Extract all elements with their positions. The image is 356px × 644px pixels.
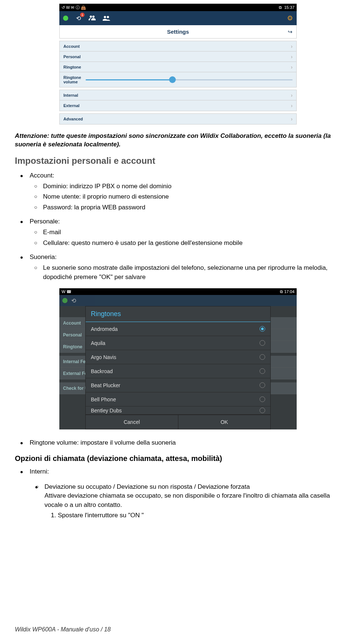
chevron-right-icon: › <box>291 64 293 70</box>
page-footer: Wildix WP600A - Manuale d'uso / 18 <box>15 626 111 633</box>
sub-deviazione: Deviazione su occupato / Deviazione su n… <box>44 482 341 521</box>
row-advanced-label: Advanced <box>63 117 83 121</box>
ok-button[interactable]: OK <box>178 415 271 429</box>
chevron-right-icon: › <box>291 103 293 109</box>
statusbar-time: 15:37 <box>284 5 294 10</box>
chevron-right-icon: › <box>291 92 293 98</box>
app-navbar: ⟲1 ⚙ <box>59 11 297 25</box>
ringtone-backroad[interactable]: Backroad <box>86 364 270 378</box>
radio-empty-icon <box>260 382 265 388</box>
history-icon: ⟲ <box>71 297 76 304</box>
radio-empty-icon <box>260 354 265 360</box>
row-account[interactable]: Account› <box>60 41 296 52</box>
bullet-account: Account: Dominio: indirizzo IP PBX o nom… <box>30 171 341 212</box>
presence-dot <box>62 298 67 303</box>
row-ringtone-volume: Ringtone volume <box>60 72 296 87</box>
slider-fill <box>86 79 172 80</box>
group-icon[interactable] <box>102 14 111 22</box>
ringtone-argo[interactable]: Argo Navis <box>86 350 270 364</box>
settings-title: Settings <box>167 29 189 35</box>
contacts-icon[interactable] <box>88 14 96 22</box>
wifi-icon: ⧉ <box>279 5 282 10</box>
radio-empty-icon <box>260 340 265 346</box>
radio-empty-icon <box>260 408 265 413</box>
radio-empty-icon <box>260 396 265 402</box>
presence-dot <box>63 16 68 21</box>
bullet-suoneria: Suoneria: Le suonerie sono mostrate dall… <box>30 253 341 282</box>
bullet-suoneria-label: Suoneria: <box>30 253 57 260</box>
row-external-label: External <box>63 103 79 108</box>
ringtone-aquila[interactable]: Aquila <box>86 336 270 350</box>
heading-opzioni: Opzioni di chiamata (deviazione chiamata… <box>15 454 341 463</box>
ringtone-label: Backroad <box>91 368 113 374</box>
ringtone-label: Andromeda <box>91 326 118 332</box>
ringtone-bentley[interactable]: Bentley Dubs <box>86 406 270 415</box>
dialog-button-row: Cancel OK <box>86 415 270 429</box>
volume-slider[interactable] <box>86 79 293 80</box>
ringtone-bell[interactable]: Bell Phone <box>86 392 270 406</box>
ringtone-beat[interactable]: Beat Plucker <box>86 378 270 392</box>
dim-navbar: ⟲ <box>59 295 297 306</box>
slider-thumb[interactable] <box>169 76 176 83</box>
cancel-button[interactable]: Cancel <box>86 415 178 429</box>
dev-step-1: Spostare l'interruttore su "ON " <box>58 511 341 520</box>
statusbar-left-2: W ☎ <box>62 289 72 294</box>
settings-group-1: Account› Personal› Ringtone› Ringtone vo… <box>59 41 297 87</box>
ringtone-label: Bell Phone <box>91 396 116 402</box>
dev-text: Attivare deviazione chiamata se occupato… <box>44 492 330 508</box>
dialog-title: Ringtones <box>86 306 270 322</box>
chevron-right-icon: › <box>291 116 293 122</box>
badge-count: 1 <box>80 13 85 17</box>
sub-dominio: Dominio: indirizzo IP PBX o nome del dom… <box>43 182 341 191</box>
svg-point-1 <box>107 16 109 18</box>
bullet-personale-label: Personale: <box>30 218 60 225</box>
bullet-ringtone-volume: Ringtone volume: impostare il volume del… <box>30 438 341 448</box>
exit-icon[interactable]: ↪ <box>288 29 293 35</box>
row-ringtone[interactable]: Ringtone› <box>60 62 296 72</box>
row-personal[interactable]: Personal› <box>60 52 296 62</box>
settings-title-bar: Settings ↪ <box>59 25 297 39</box>
sub-nome: Nome utente: il proprio numero di estens… <box>43 192 341 202</box>
ringtones-screenshot: W ☎ ⧉ 17:04 ⟲ Account Personal Ringtone … <box>59 288 297 429</box>
dev-title-and-text: Deviazione su occupato / Deviazione su n… <box>44 482 341 521</box>
bullet-account-label: Account: <box>30 172 54 179</box>
sub-cellulare: Cellulare: questo numero è usato per la … <box>43 239 341 248</box>
ringtone-label: Argo Navis <box>91 354 116 360</box>
sub-password: Password: la propria WEB password <box>43 203 341 212</box>
settings-screenshot: ↺ W ✉ ⓘ 👜 ⧉ 15:37 ⟲1 ⚙ Settings ↪ Accoun… <box>59 4 297 125</box>
settings-group-2: Internal› External› <box>59 90 297 111</box>
attention-text: Attenzione: tutte queste impostazioni so… <box>15 132 341 149</box>
history-icon[interactable]: ⟲1 <box>74 14 82 22</box>
row-ringtone-label: Ringtone <box>63 65 81 69</box>
ringtone-label: Beat Plucker <box>91 382 120 388</box>
ringtones-dialog: Ringtones Andromeda Aquila Argo Navis Ba… <box>85 306 271 429</box>
statusbar-time-2: 17:04 <box>284 289 294 294</box>
wifi-icon: ⧉ <box>280 289 283 294</box>
sub-suoneria-text: Le suonerie sono mostrate dalle impostaz… <box>43 263 341 282</box>
row-internal[interactable]: Internal› <box>60 90 296 100</box>
settings-group-3: Advanced› <box>59 113 297 125</box>
radio-empty-icon <box>260 368 265 374</box>
android-statusbar-2: W ☎ ⧉ 17:04 <box>59 288 297 295</box>
svg-point-0 <box>104 16 106 18</box>
heading-impostazioni: Impostazioni personali e account <box>15 156 341 166</box>
ringtone-volume-label: Ringtone volume <box>63 75 82 84</box>
ringtone-label: Aquila <box>91 340 105 346</box>
row-personal-label: Personal <box>63 54 80 59</box>
statusbar-left-icons: ↺ W ✉ ⓘ 👜 <box>62 5 86 10</box>
row-advanced[interactable]: Advanced› <box>60 114 296 124</box>
dev-title: Deviazione su occupato / Deviazione su n… <box>44 483 250 490</box>
sub-email: E-mail <box>43 228 341 237</box>
row-external[interactable]: External› <box>60 100 296 111</box>
radio-selected-icon <box>260 326 265 332</box>
chevron-right-icon: › <box>291 54 293 60</box>
gear-icon[interactable]: ⚙ <box>287 14 293 22</box>
bullet-interni: Interni: <box>30 467 341 477</box>
chevron-right-icon: › <box>291 43 293 49</box>
bullet-personale: Personale: E-mail Cellulare: questo nume… <box>30 217 341 248</box>
ringtone-andromeda[interactable]: Andromeda <box>86 322 270 336</box>
row-account-label: Account <box>63 44 80 49</box>
android-statusbar: ↺ W ✉ ⓘ 👜 ⧉ 15:37 <box>59 4 297 11</box>
ringtone-label: Bentley Dubs <box>91 408 122 414</box>
dim-overlay: ⟲ Account Personal Ringtone Internal Fea… <box>59 295 297 429</box>
